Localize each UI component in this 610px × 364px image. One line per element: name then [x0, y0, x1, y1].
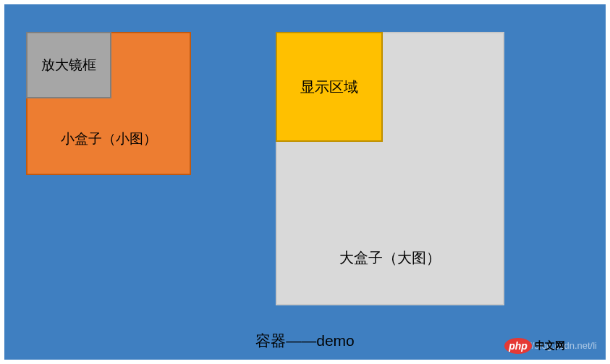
display-area: 显示区域	[276, 32, 383, 142]
demo-container: 放大镜框 小盒子（小图） 显示区域 大盒子（大图） 容器——demo http:…	[4, 4, 606, 360]
php-logo-icon: php	[504, 338, 532, 354]
php-badge: php 中文网	[504, 338, 565, 354]
small-box-label: 小盒子（小图）	[27, 130, 190, 148]
big-box-label: 大盒子（大图）	[277, 248, 503, 268]
small-box: 放大镜框 小盒子（小图）	[26, 32, 191, 175]
php-badge-text: 中文网	[535, 339, 565, 352]
display-area-label: 显示区域	[300, 77, 358, 97]
magnifier-label: 放大镜框	[41, 56, 96, 75]
magnifier-frame: 放大镜框	[26, 32, 111, 98]
big-box: 显示区域 大盒子（大图）	[276, 32, 504, 305]
